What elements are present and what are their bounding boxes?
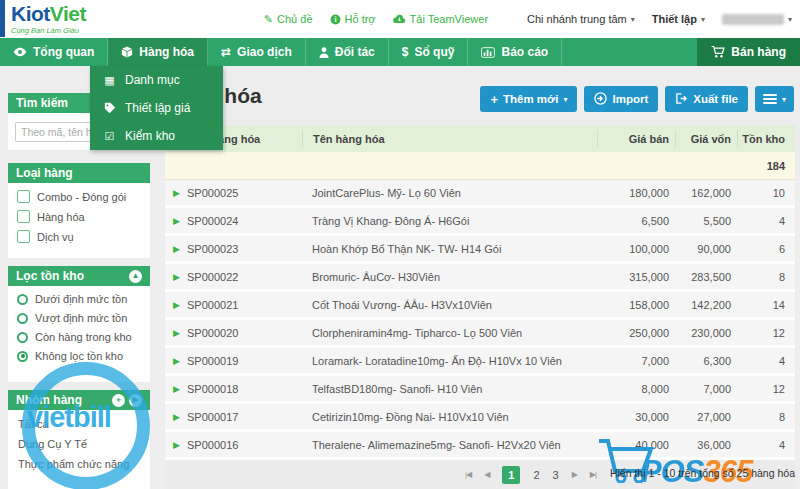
page-button-2[interactable]: 2 bbox=[533, 469, 539, 481]
logo-part-viet: Viet bbox=[50, 2, 86, 25]
column-options-button[interactable]: ▾ bbox=[755, 86, 794, 112]
group-item-tat-ca[interactable]: Tất cả bbox=[8, 410, 150, 430]
chevron-down-icon: ▾ bbox=[563, 95, 567, 104]
last-page-icon[interactable]: ▶| bbox=[590, 470, 596, 479]
table-row[interactable]: ▶ SP000024 Tràng Vị Khang- Đông Á- H6Gói… bbox=[165, 208, 795, 236]
nav-bao-cao[interactable]: Báo cáo bbox=[468, 38, 562, 66]
checkbox-hang-hoa[interactable]: Hàng hóa bbox=[8, 203, 150, 223]
table-row[interactable]: ▶ SP000023 Hoàn Khớp Bổ Thận NK- TW- H14… bbox=[165, 236, 795, 264]
radio-khong-loc[interactable]: Không lọc tồn kho bbox=[8, 343, 150, 362]
grid-icon: ▦ bbox=[103, 74, 116, 87]
radio-con-hang[interactable]: Còn hàng trong kho bbox=[8, 324, 150, 343]
table-row[interactable]: ▶ SP000016 Theralene- Alimemazine5mg- Sa… bbox=[165, 432, 795, 460]
chevron-down-icon: ▾ bbox=[631, 15, 635, 24]
column-header-price[interactable]: Giá bán bbox=[597, 130, 675, 147]
logo-tagline: Cùng Bạn Làm Giàu bbox=[11, 27, 86, 35]
checkbox-icon bbox=[17, 210, 30, 223]
radio-selected-icon bbox=[17, 351, 28, 362]
list-icon bbox=[763, 92, 777, 106]
export-icon bbox=[675, 92, 688, 107]
radio-duoi-dinh-muc[interactable]: Dưới định mức tồn bbox=[8, 286, 150, 305]
pagination-info: Hiển thị 1 - 10 trên tổng số 25 hàng hóa bbox=[610, 467, 795, 479]
settings-dropdown[interactable]: Thiết lập ▾ bbox=[652, 13, 705, 25]
table-row[interactable]: ▶ SP000017 Cetirizin10mg- Đồng Nai- H10V… bbox=[165, 404, 795, 432]
box-icon bbox=[121, 46, 133, 58]
next-page-icon[interactable]: ▶ bbox=[572, 470, 577, 479]
search-panel-title: Tìm kiếm bbox=[16, 93, 68, 113]
table-summary-row: 184 bbox=[165, 152, 795, 180]
user-menu[interactable]: ▾ bbox=[722, 14, 792, 25]
row-expand-icon: ▶ bbox=[165, 440, 187, 450]
table-row[interactable]: ▶ SP000019 Loramark- Loratadine10mg- Ấn … bbox=[165, 348, 795, 376]
person-icon bbox=[319, 47, 329, 58]
dropdown-item-danh-muc[interactable]: ▦ Danh mục bbox=[90, 66, 223, 94]
add-group-icon[interactable]: ＋ bbox=[112, 394, 125, 407]
theme-link[interactable]: ✎ Chủ đề bbox=[264, 13, 313, 26]
chevron-down-icon: ▾ bbox=[782, 95, 786, 104]
page-button-1[interactable]: 1 bbox=[502, 466, 520, 484]
export-button[interactable]: Xuất file bbox=[665, 86, 748, 112]
table-row[interactable]: ▶ SP000022 Bromuric- ÂuCơ- H30Viên 315,0… bbox=[165, 264, 795, 292]
import-button[interactable]: Import bbox=[584, 86, 658, 112]
cloud-download-icon bbox=[393, 14, 406, 24]
radio-icon bbox=[17, 294, 28, 305]
row-expand-icon: ▶ bbox=[165, 216, 187, 226]
stock-filter-title: Lọc tồn kho bbox=[16, 266, 84, 286]
teamviewer-link[interactable]: Tải TeamViewer bbox=[393, 13, 488, 25]
collapse-icon[interactable]: ▶ bbox=[129, 394, 142, 407]
column-header-cost[interactable]: Giá vốn bbox=[675, 130, 737, 147]
checkbox-dich-vu[interactable]: Dịch vụ bbox=[8, 223, 150, 243]
table-row[interactable]: ▶ SP000021 Cốt Thoái Vương- ÁÂu- H3Vx10V… bbox=[165, 292, 795, 320]
row-expand-icon: ▶ bbox=[165, 300, 187, 310]
cart-icon bbox=[711, 46, 725, 58]
nav-tong-quan[interactable]: Tổng quan bbox=[0, 38, 108, 66]
prev-page-icon[interactable]: ◀ bbox=[484, 470, 489, 479]
nav-spacer bbox=[562, 38, 697, 66]
table-header-row: Mã hàng hóa Tên hàng hóa Giá bán Giá vốn… bbox=[165, 125, 795, 152]
page-button-3[interactable]: 3 bbox=[553, 469, 559, 481]
checkbox-combo-dong-goi[interactable]: Combo - Đóng gói bbox=[8, 183, 150, 203]
eye-icon bbox=[13, 47, 27, 57]
nav-giao-dich[interactable]: ⇄ Giao dịch bbox=[208, 38, 306, 66]
chevron-down-icon: ▾ bbox=[788, 15, 792, 24]
group-item-dung-cu-y-te[interactable]: Dụng Cụ Y Tế bbox=[8, 430, 150, 450]
toolbar: + Thêm mới ▾ Import Xuất file ▾ bbox=[480, 86, 794, 112]
hang-hoa-dropdown: ▦ Danh mục Thiết lập giá ☑ Kiểm kho bbox=[90, 66, 223, 150]
product-group-panel: Nhóm hàng ＋ ▶ Tất cả Dụng Cụ Y Tế Thực p… bbox=[8, 390, 150, 489]
group-item-thuc-pham[interactable]: Thực phẩm chức năng bbox=[8, 450, 150, 470]
checkbox-icon bbox=[17, 230, 30, 243]
collapse-icon[interactable]: ▲ bbox=[129, 270, 142, 283]
table-row[interactable]: ▶ SP000018 TelfastBD180mg- Sanofi- H10 V… bbox=[165, 376, 795, 404]
product-table: Mã hàng hóa Tên hàng hóa Giá bán Giá vốn… bbox=[165, 125, 795, 460]
info-icon: i bbox=[330, 14, 341, 25]
main-nav: Tổng quan Hàng hóa ⇄ Giao dịch Đối tác $… bbox=[0, 38, 800, 66]
table-row[interactable]: ▶ SP000025 JointCarePlus- Mỹ- Lọ 60 Viên… bbox=[165, 180, 795, 208]
first-page-icon[interactable]: |◀ bbox=[465, 470, 471, 479]
column-header-name[interactable]: Tên hàng hóa bbox=[302, 130, 597, 147]
row-expand-icon: ▶ bbox=[165, 188, 187, 198]
row-expand-icon: ▶ bbox=[165, 272, 187, 282]
nav-ban-hang[interactable]: Bán hàng bbox=[697, 38, 800, 66]
dollar-icon: $ bbox=[402, 45, 409, 59]
app-logo: KiotViet Cùng Bạn Làm Giàu bbox=[11, 3, 86, 35]
nav-doi-tac[interactable]: Đối tác bbox=[306, 38, 389, 66]
chevron-down-icon: ▾ bbox=[701, 15, 705, 24]
stock-total: 184 bbox=[737, 160, 795, 172]
nav-so-quy[interactable]: $ Sổ quỹ bbox=[389, 38, 469, 66]
dropdown-item-kiem-kho[interactable]: ☑ Kiểm kho bbox=[90, 122, 223, 150]
add-new-button[interactable]: + Thêm mới ▾ bbox=[480, 86, 577, 112]
branch-dropdown[interactable]: Chi nhánh trung tâm ▾ bbox=[527, 13, 635, 25]
column-header-stock[interactable]: Tồn kho bbox=[737, 130, 795, 147]
nav-hang-hoa[interactable]: Hàng hóa bbox=[108, 38, 208, 66]
product-type-title: Loại hàng bbox=[16, 163, 73, 183]
logo-part-kiot: Kiot bbox=[11, 2, 50, 25]
support-link[interactable]: i Hỗ trợ bbox=[330, 13, 376, 25]
radio-vuot-dinh-muc[interactable]: Vượt định mức tồn bbox=[8, 305, 150, 324]
svg-text:i: i bbox=[334, 15, 336, 24]
checkbox-icon bbox=[17, 190, 30, 203]
row-expand-icon: ▶ bbox=[165, 244, 187, 254]
row-expand-icon: ▶ bbox=[165, 384, 187, 394]
table-row[interactable]: ▶ SP000020 Clorpheniramin4mg- Tipharco- … bbox=[165, 320, 795, 348]
plus-icon: + bbox=[490, 92, 498, 107]
dropdown-item-thiet-lap-gia[interactable]: Thiết lập giá bbox=[90, 94, 223, 122]
